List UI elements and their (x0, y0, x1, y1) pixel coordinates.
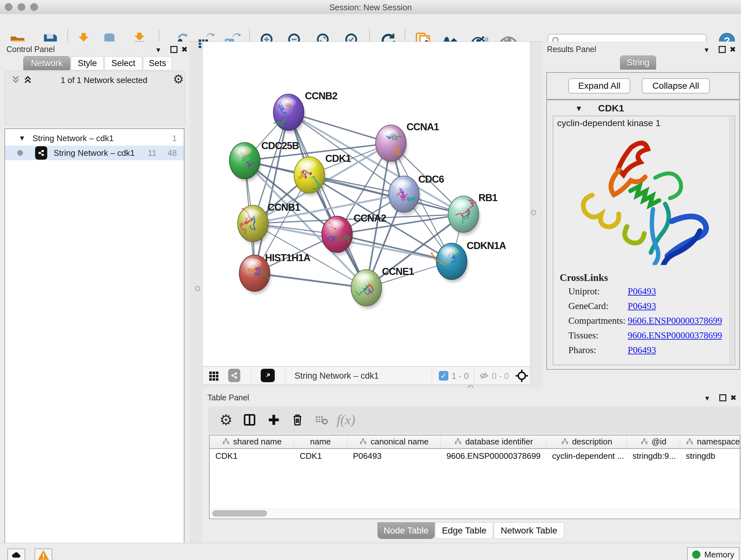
crosslink-value-link[interactable]: 9606.ENSP00000378699 (628, 330, 722, 341)
network-selection-status: 1 of 1 Network selected (61, 75, 147, 85)
node-CDK1[interactable] (294, 157, 326, 196)
toolbar-separator (474, 369, 474, 382)
float-panel-icon[interactable]: ▾ (704, 45, 709, 54)
control-panel: Control Panel ▾ ✖ Network Style Select S… (0, 42, 190, 543)
crosslink-row-uniprot: Uniprot:P06493 (553, 286, 736, 301)
fit-selected-crosshair-icon[interactable] (515, 369, 529, 384)
collection-count: 1 (172, 133, 177, 143)
show-columns-icon[interactable] (241, 411, 259, 429)
tab-network[interactable]: Network (23, 56, 70, 70)
protein-collapse-icon[interactable]: ▼ (575, 104, 583, 113)
collapse-all-button[interactable]: Collapse All (642, 78, 710, 94)
column-header-description[interactable]: description (546, 435, 627, 448)
birdseye-view-icon[interactable] (261, 369, 275, 382)
table-toolbar: ⚙ f(x) (208, 407, 740, 433)
delete-column-icon[interactable] (288, 411, 307, 429)
edge-CCNA2-CDKN1A[interactable] (337, 234, 452, 261)
crosslink-value-link[interactable]: P06493 (628, 345, 656, 355)
cloud-status-button[interactable] (7, 549, 25, 560)
node-CCNB1[interactable] (238, 205, 269, 244)
node-CDC6[interactable] (389, 176, 420, 215)
close-panel-icon[interactable]: ✖ (181, 45, 188, 54)
edge-HIST1H1A-CCNE1[interactable] (255, 273, 366, 288)
column-type-icon (561, 437, 569, 446)
memory-button[interactable]: Memory (687, 547, 739, 560)
crosslink-value-link[interactable]: 9606.ENSP00000378699 (628, 315, 722, 326)
tab-string[interactable]: String (620, 56, 656, 70)
node-CCNA1[interactable] (376, 125, 407, 164)
crosslink-label: Compartments: (568, 315, 625, 326)
maximize-panel-icon[interactable] (171, 46, 178, 53)
node-CDKN1A[interactable] (431, 243, 468, 282)
column-label: shared name (233, 437, 282, 447)
scrollbar-thumb[interactable] (212, 510, 267, 516)
close-panel-icon[interactable]: ✖ (730, 393, 737, 402)
network-collection-row[interactable]: ▼ String Network – cdk1 1 (5, 131, 184, 145)
table-horizontal-scrollbar[interactable] (210, 509, 739, 518)
cell-canonical-name[interactable]: P06493 (347, 449, 441, 463)
expand-all-button[interactable]: Expand All (568, 78, 630, 94)
grid-view-icon[interactable] (208, 371, 219, 383)
right-splitter-handle[interactable] (531, 210, 536, 215)
network-share-icon (35, 146, 47, 160)
crosslink-row-compartments: Compartments:9606.ENSP00000378699 (553, 315, 736, 330)
network-canvas[interactable]: CCNB2CCNA1CDC25BCDK1CDC6RB1CCNB1CCNA2CDK… (202, 42, 530, 367)
cell-namespace[interactable]: stringdb (680, 449, 741, 463)
float-panel-icon[interactable]: ▾ (705, 394, 709, 402)
node-CCNE1[interactable] (351, 270, 383, 309)
network-row[interactable]: String Network – cdk1 11 48 (5, 145, 184, 160)
node-CDC25B[interactable] (229, 142, 261, 181)
network-view-toolbar: String Network – cdk1 ✓ 1 - 0 0 - 0 (202, 367, 530, 385)
column-header-shared-name[interactable]: shared name (210, 435, 294, 448)
node-RB1[interactable] (448, 196, 480, 235)
results-scrollbar[interactable] (729, 117, 734, 364)
title-bar[interactable]: Session: New Session (0, 0, 741, 14)
collapse-all-icon[interactable] (10, 74, 21, 86)
collection-expand-icon[interactable]: ▼ (18, 134, 25, 142)
node-CCNB2[interactable] (273, 94, 305, 133)
crosslink-label: GeneCard: (568, 301, 609, 311)
column-header-namespace[interactable]: namespace (680, 435, 741, 448)
tab-select[interactable]: Select (105, 56, 142, 70)
column-header-database-identifier[interactable]: database identifier (441, 435, 546, 448)
delete-table-icon[interactable] (313, 411, 331, 429)
column-header--id[interactable]: @id (627, 435, 680, 448)
node-table: shared namenamecanonical namedatabase id… (209, 435, 740, 519)
crosslink-value-link[interactable]: P06493 (628, 301, 656, 311)
cell-name[interactable]: CDK1 (294, 449, 347, 463)
network-graph[interactable]: CCNB2CCNA1CDC25BCDK1CDC6RB1CCNB1CCNA2CDK… (203, 42, 530, 366)
column-header-canonical-name[interactable]: canonical name (347, 435, 441, 448)
tab-network-table[interactable]: Network Table (494, 522, 564, 539)
network-options-gear-icon[interactable]: ⚙ (173, 72, 184, 86)
cell-shared-name[interactable]: CDK1 (210, 449, 294, 463)
tab-node-table[interactable]: Node Table (378, 522, 434, 539)
column-header-name[interactable]: name (294, 435, 347, 448)
cell--id[interactable]: stringdb:9... (627, 449, 680, 463)
maximize-panel-icon[interactable] (719, 46, 726, 53)
cell-database-identifier[interactable]: 9606.ENSP00000378699 (441, 449, 546, 463)
crosslink-value-link[interactable]: P06493 (628, 286, 656, 297)
share-view-icon[interactable] (228, 369, 240, 382)
node-label-CCNE1: CCNE1 (382, 266, 414, 277)
selected-checkbox-icon[interactable]: ✓ (439, 371, 448, 381)
node-label-CCNA2: CCNA2 (354, 212, 386, 224)
tab-sets[interactable]: Sets (143, 56, 172, 70)
function-builder-icon[interactable]: f(x) (337, 411, 355, 429)
close-panel-icon[interactable]: ✖ (730, 45, 736, 54)
tab-style[interactable]: Style (71, 56, 104, 70)
expand-all-icon[interactable] (22, 74, 33, 86)
maximize-panel-icon[interactable] (719, 394, 726, 401)
float-panel-icon[interactable]: ▾ (156, 45, 160, 54)
node-label-CCNB1: CCNB1 (268, 202, 300, 213)
add-column-icon[interactable] (265, 411, 283, 429)
warning-status-button[interactable] (35, 549, 52, 560)
results-panel-title: Results Panel (547, 45, 596, 54)
tab-edge-table[interactable]: Edge Table (435, 522, 493, 539)
crosslinks-heading: CrossLinks (560, 272, 608, 284)
hidden-eye-icon[interactable] (479, 371, 489, 382)
cell-description[interactable]: cyclin-dependent ... (546, 449, 627, 463)
toolbar-separator (432, 369, 432, 382)
node-CCNA2[interactable] (322, 216, 353, 255)
table-options-gear-icon[interactable]: ⚙ (217, 411, 235, 429)
left-splitter-handle[interactable] (195, 286, 200, 291)
